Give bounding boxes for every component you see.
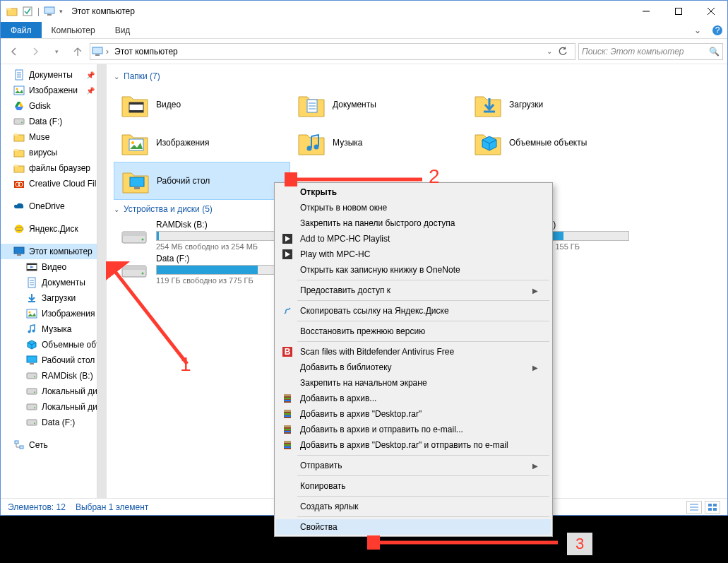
tab-view[interactable]: Вид — [105, 22, 141, 38]
context-menu: ОткрытьОткрыть в новом окнеЗакрепить на … — [274, 182, 553, 537]
menu-item[interactable]: Открыть как записную книжку в OneNote — [276, 262, 551, 278]
menu-item[interactable]: Закрепить на панели быстрого доступа — [276, 215, 551, 231]
svg-rect-21 — [14, 135, 24, 141]
drive-tile[interactable]: RAMDisk (B:) 254 МБ свободно из 254 МБ — [114, 218, 290, 252]
sidebar-label: Локальный дис — [42, 402, 102, 412]
folder-icon — [13, 162, 25, 174]
sidebar-item-onedrive[interactable]: OneDrive — [1, 198, 106, 214]
help-icon[interactable]: ? — [708, 22, 727, 38]
view-large-button[interactable] — [705, 501, 720, 514]
sidebar-item[interactable]: Локальный дис — [1, 384, 106, 399]
folder-tile[interactable]: Видео — [114, 85, 290, 124]
close-button[interactable] — [695, 1, 727, 22]
chevron-down-icon[interactable]: ▾ — [59, 8, 63, 15]
menu-item[interactable]: Скопировать ссылку на Яндекс.Диске — [276, 303, 551, 319]
sidebar-label: Видео — [42, 262, 66, 272]
menu-item-label: Создать ярлык — [300, 502, 359, 511]
sidebar-item-yadisk[interactable]: Яндекс.Диск — [1, 221, 106, 237]
sidebar-item[interactable]: Data (F:) — [1, 415, 106, 430]
sidebar-item[interactable]: Изображени📌 — [1, 83, 106, 98]
address-bar[interactable]: › Этот компьютер ⌄ — [90, 43, 575, 60]
folder-tile[interactable]: Рабочий стол — [114, 162, 290, 200]
chevron-down-icon: ⌄ — [114, 73, 119, 81]
menu-item[interactable]: Добавить в библиотеку▶ — [276, 360, 551, 375]
menu-item[interactable]: Открыть — [276, 184, 551, 200]
folder-tile[interactable]: Объемные объекты — [467, 124, 643, 162]
menu-item[interactable]: Закрепить на начальном экране — [276, 375, 551, 391]
annotation-number-3: 3 — [567, 533, 592, 555]
menu-item[interactable]: Добавить в архив "Desktop.rar" — [276, 406, 551, 422]
sidebar-label: Data (F:) — [29, 117, 62, 126]
sidebar-item[interactable]: вирусы — [1, 145, 106, 160]
sidebar-item[interactable]: файлы браузер — [1, 160, 106, 176]
refresh-icon[interactable] — [558, 47, 573, 57]
menu-item[interactable]: Предоставить доступ к▶ — [276, 283, 551, 298]
nav-tree[interactable]: Документы📌Изображени📌GdiskData (F:)Museв… — [1, 64, 107, 498]
properties-icon[interactable] — [22, 6, 33, 17]
menu-item[interactable]: BScan files with Bitdefender Antivirus F… — [276, 344, 551, 360]
sidebar-item-this-pc[interactable]: Этот компьютер — [1, 244, 106, 259]
search-icon[interactable]: 🔍 — [709, 47, 720, 57]
sidebar-item[interactable]: Объемные объ — [1, 337, 106, 352]
svg-rect-87 — [713, 508, 717, 511]
svg-rect-99 — [284, 415, 291, 417]
view-details-button[interactable] — [686, 501, 702, 514]
tab-computer[interactable]: Компьютер — [42, 22, 105, 38]
sidebar-item[interactable]: Документы📌 — [1, 67, 106, 83]
nav-recent-button[interactable]: ▾ — [47, 42, 66, 61]
folder-tile[interactable]: Музыка — [290, 124, 467, 162]
pic-icon — [13, 85, 25, 96]
breadcrumb-this-pc[interactable]: Этот компьютер — [112, 47, 181, 57]
menu-item[interactable]: Add to MPC-HC Playlist — [276, 231, 551, 247]
menu-item[interactable]: Добавить в архив "Desktop.rar" и отправи… — [276, 437, 551, 453]
section-folders[interactable]: ⌄Папки (7) — [114, 71, 727, 81]
gdisk-icon — [13, 100, 25, 112]
addr-dropdown-icon[interactable]: ⌄ — [544, 47, 555, 55]
menu-item[interactable]: Создать ярлык — [276, 499, 551, 514]
sidebar-item[interactable]: Загрузки — [1, 290, 106, 306]
pc-icon — [44, 6, 55, 17]
maximize-button[interactable] — [662, 1, 695, 22]
sidebar-label: OneDrive — [29, 201, 65, 211]
search-input[interactable] — [582, 47, 709, 57]
sidebar-item[interactable]: Gdisk — [1, 98, 106, 114]
menu-item[interactable]: Копировать — [276, 478, 551, 494]
menu-item[interactable]: Восстановить прежнюю версию — [276, 324, 551, 339]
folder-tile[interactable]: Документы — [290, 85, 467, 124]
menu-item-label: Открыть в новом окне — [300, 203, 387, 213]
minimize-button[interactable] — [630, 1, 662, 22]
nav-up-button[interactable] — [68, 42, 87, 61]
search-box[interactable]: 🔍 — [578, 43, 723, 60]
folder-icon — [472, 90, 502, 119]
menu-item[interactable]: Добавить в архив... — [276, 391, 551, 406]
svg-rect-32 — [14, 247, 24, 254]
breadcrumb-sep[interactable]: › — [106, 47, 109, 57]
menu-item[interactable]: Добавить в архив и отправить по e-mail..… — [276, 422, 551, 437]
sidebar-item[interactable]: Data (F:) — [1, 114, 106, 129]
tab-file[interactable]: Файл — [1, 22, 42, 38]
sidebar-item[interactable]: Документы — [1, 275, 106, 290]
drive-icon — [119, 220, 149, 250]
nav-forward-button[interactable] — [26, 42, 44, 61]
menu-item-label: Свойства — [300, 522, 338, 532]
pin-icon: 📌 — [86, 71, 95, 79]
sidebar-item[interactable]: Рабочий стол — [1, 352, 106, 368]
menu-item[interactable]: Play with MPC-HC — [276, 247, 551, 262]
menu-item[interactable]: Свойства — [276, 519, 551, 535]
nav-back-button[interactable] — [5, 42, 23, 61]
sidebar-item[interactable]: Видео — [1, 259, 106, 275]
folder-tile[interactable]: Загрузки — [467, 85, 643, 124]
sidebar-item-network[interactable]: Сеть — [1, 437, 106, 453]
rar-icon — [282, 424, 293, 435]
sidebar-item[interactable]: Музыка — [1, 321, 106, 337]
ribbon-collapse-icon[interactable]: ⌄ — [688, 22, 708, 38]
menu-item[interactable]: Открыть в новом окне — [276, 200, 551, 215]
sidebar-item[interactable]: Muse — [1, 129, 106, 145]
drive-icon — [26, 386, 37, 397]
sidebar-item[interactable]: Локальный дис — [1, 399, 106, 415]
sidebar-item[interactable]: RAMDisk (B:) — [1, 368, 106, 384]
sidebar-item[interactable]: Creative Cloud Fil — [1, 176, 106, 191]
folder-tile[interactable]: Изображения — [114, 124, 290, 162]
sidebar-item[interactable]: Изображения — [1, 306, 106, 321]
menu-item[interactable]: Отправить▶ — [276, 458, 551, 473]
